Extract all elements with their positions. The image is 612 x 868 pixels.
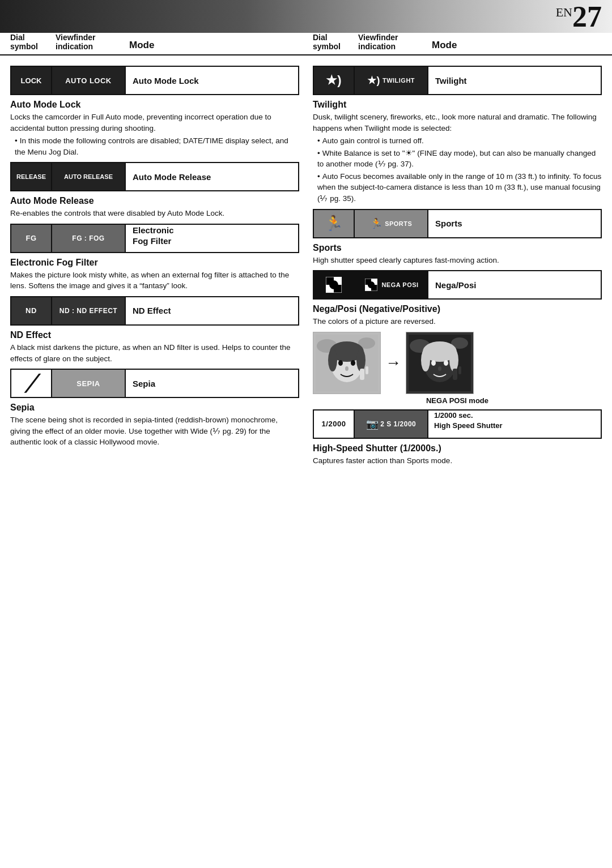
- face-normal-svg: [316, 335, 378, 391]
- sepia-vf: SEPIA: [52, 370, 126, 397]
- left-column: LOCK AUTO LOCK Auto Mode Lock Auto Mode …: [10, 55, 299, 468]
- auto-release-dial: RELEASE: [11, 163, 52, 190]
- right-column: ★) ★) TWILIGHT Twilight Twilight Dusk, t…: [313, 55, 602, 468]
- nd-mode: ND Effect: [126, 297, 298, 324]
- sports-mode: Sports: [428, 210, 601, 237]
- auto-lock-dial: LOCK: [11, 67, 52, 94]
- svg-point-17: [345, 366, 348, 371]
- list-item: Auto Focus becomes available only in the…: [317, 171, 602, 204]
- auto-release-vf: AUTO RELEASE: [52, 163, 126, 190]
- auto-release-title: Auto Mode Release: [10, 196, 299, 206]
- auto-release-row: RELEASE AUTO RELEASE Auto Mode Release: [10, 162, 299, 191]
- sepia-body: The scene being shot is recorded in sepi…: [10, 414, 299, 448]
- svg-point-29: [438, 366, 441, 371]
- nega-title: Nega/Posi (Negative/Positive): [313, 304, 602, 314]
- twilight-mode: Twilight: [428, 67, 601, 94]
- svg-rect-6: [366, 279, 372, 285]
- nd-vf: ND : ND EFFECT: [52, 297, 126, 324]
- svg-point-26: [449, 349, 458, 371]
- fog-row: FG FG : FOG Electronic Fog Filter: [10, 224, 299, 253]
- twilight-bullets: Auto gain control is turned off. White B…: [313, 135, 602, 204]
- left-col-header: Dial symbol Viewfinder indication Mode: [10, 33, 299, 54]
- nega-vf: NEGA POSI: [355, 271, 428, 298]
- twilight-row: ★) ★) TWILIGHT Twilight: [313, 66, 602, 95]
- auto-release-mode: Auto Mode Release: [126, 163, 298, 190]
- svg-rect-19: [366, 366, 368, 374]
- sports-row: 🏃 🏃 SPORTS Sports: [313, 209, 602, 238]
- sports-body: High shutter speed clearly captures fast…: [313, 255, 602, 266]
- auto-lock-row: LOCK AUTO LOCK Auto Mode Lock: [10, 66, 299, 95]
- nega-dial: [314, 271, 355, 298]
- auto-lock-mode: Auto Mode Lock: [126, 67, 298, 94]
- main-content: LOCK AUTO LOCK Auto Mode Lock Auto Mode …: [0, 55, 612, 468]
- right-col-header: Dial symbol Viewfinder indication Mode: [313, 33, 602, 54]
- nega-mode: Nega/Posi: [428, 271, 601, 298]
- nega-row: NEGA POSI Nega/Posi: [313, 270, 602, 300]
- twilight-dial: ★): [314, 67, 355, 94]
- fog-mode: Electronic Fog Filter: [126, 225, 298, 252]
- auto-lock-bullets: In this mode the following controls are …: [10, 135, 299, 157]
- column-headers: Dial symbol Viewfinder indication Mode D…: [0, 33, 612, 55]
- auto-lock-title: Auto Mode Lock: [10, 100, 299, 110]
- nd-dial: ND: [11, 297, 52, 324]
- sports-vf: 🏃 SPORTS: [355, 210, 428, 237]
- sepia-dial: ╱: [11, 370, 52, 397]
- svg-rect-30: [453, 369, 457, 380]
- dial-symbol-header-right: Dial symbol: [313, 33, 358, 51]
- svg-point-28: [444, 360, 448, 366]
- fog-dial: FG: [11, 225, 52, 252]
- mode-header-right: Mode: [432, 40, 457, 51]
- twilight-title: Twilight: [313, 100, 602, 110]
- nega-body: The colors of a picture are reversed.: [313, 316, 602, 327]
- mode-header-left: Mode: [129, 40, 154, 51]
- nd-body: A black mist darkens the picture, as whe…: [10, 342, 299, 364]
- nd-title: ND Effect: [10, 330, 299, 340]
- hss-dial: 1/2000: [314, 411, 355, 438]
- svg-rect-7: [371, 285, 377, 291]
- fog-title: Electronic Fog Filter: [10, 258, 299, 268]
- auto-lock-vf: AUTO LOCK: [52, 67, 126, 94]
- svg-point-27: [431, 360, 436, 366]
- nega-arrow: →: [385, 354, 401, 372]
- auto-lock-body: Locks the camcorder in Full Auto mode, p…: [10, 112, 299, 157]
- nega-vf-icon: [363, 277, 379, 293]
- twilight-body: Dusk, twilight scenery, fireworks, etc.,…: [313, 112, 602, 204]
- nd-row: ND ND : ND EFFECT ND Effect: [10, 296, 299, 326]
- fog-body: Makes the picture look misty white, as w…: [10, 270, 299, 292]
- svg-point-14: [356, 349, 366, 371]
- svg-rect-31: [458, 366, 461, 374]
- fog-vf: FG : FOG: [52, 225, 126, 252]
- sports-title: Sports: [313, 243, 602, 253]
- svg-point-16: [351, 360, 355, 366]
- svg-rect-18: [360, 369, 364, 380]
- nega-caption: NEGA POSI mode: [313, 396, 602, 405]
- page-number: EN27: [556, 2, 602, 32]
- vf-indication-header-left: Viewfinder indication: [56, 33, 129, 51]
- list-item: In this mode the following controls are …: [15, 135, 299, 157]
- nega-normal-image: [313, 332, 381, 394]
- svg-rect-3: [334, 285, 342, 293]
- svg-point-13: [328, 349, 337, 371]
- sepia-title: Sepia: [10, 403, 299, 413]
- svg-point-25: [421, 349, 430, 371]
- en-label: EN: [556, 5, 572, 19]
- svg-rect-2: [326, 277, 334, 285]
- sports-dial: 🏃: [314, 210, 355, 237]
- hss-row: 1/2000 📷 2 S 1/2000 1/2000 sec. High Spe…: [313, 409, 602, 439]
- vf-indication-header-right: Viewfinder indication: [358, 33, 432, 51]
- list-item: Auto gain control is turned off.: [317, 135, 602, 147]
- hss-vf: 📷 2 S 1/2000: [355, 411, 428, 438]
- sepia-mode: Sepia: [126, 370, 298, 397]
- svg-point-15: [338, 360, 343, 366]
- auto-release-body: Re-enables the controls that were disabl…: [10, 208, 299, 219]
- header-bar: EN27: [0, 0, 612, 33]
- twilight-vf: ★) TWILIGHT: [355, 67, 428, 94]
- nega-images: →: [313, 332, 602, 394]
- sepia-row: ╱ SEPIA Sepia: [10, 369, 299, 398]
- nega-inverted-image: [406, 332, 474, 394]
- nega-dial-icon: [324, 275, 344, 295]
- dial-symbol-header-left: Dial symbol: [10, 33, 56, 51]
- list-item: White Balance is set to "☀" (FINE day mo…: [317, 148, 602, 170]
- hss-mode: 1/2000 sec. High Speed Shutter: [428, 411, 601, 438]
- face-inverted-svg: [409, 335, 471, 391]
